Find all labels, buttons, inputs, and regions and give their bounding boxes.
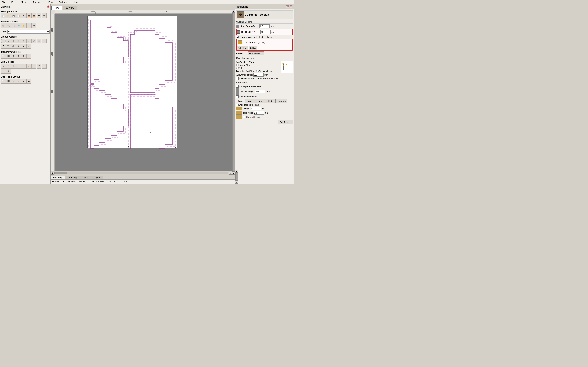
delete-btn[interactable]: ✕ [21, 64, 26, 68]
import-btn[interactable]: 📥 [26, 13, 31, 18]
show-advanced-checkbox[interactable] [236, 36, 239, 38]
start-depth-input[interactable] [259, 25, 270, 28]
panel-pin-btn[interactable]: 📌 [286, 5, 289, 8]
new-file-btn[interactable]: 📄 [1, 13, 6, 18]
tab-new[interactable]: New [52, 6, 62, 10]
hscroll-thumb[interactable] [54, 172, 67, 174]
do-separate-last-pass-checkbox[interactable] [236, 85, 239, 88]
edit-tool-btn[interactable]: Edit ... [249, 46, 257, 50]
star-tool[interactable]: ★ [21, 39, 26, 43]
array2-btn[interactable]: ⬛ [6, 79, 11, 83]
select-tool-btn[interactable]: Select ... [237, 46, 248, 50]
edit-passes-btn[interactable]: Edit Passes ... [248, 51, 264, 55]
scroll-right-btn[interactable]: ▶ [229, 172, 232, 175]
simplify-btn[interactable]: ✱ [6, 69, 11, 74]
reverse-btn[interactable]: ↺ [36, 64, 42, 68]
sub-tab-leads[interactable]: Leads [245, 99, 255, 103]
hscroll-track[interactable] [54, 172, 228, 174]
node-btn[interactable]: ✦ [6, 64, 11, 68]
last-pass-allowance-input[interactable] [255, 90, 265, 93]
open-btn[interactable]: 📂 [6, 13, 11, 18]
menu-edit[interactable]: Edit [10, 1, 17, 4]
panel-close-btn[interactable]: ▼ [290, 5, 292, 8]
weld-btn[interactable]: ⬜ [16, 64, 21, 68]
right-panel-scrollbar[interactable]: ▲ ▼ [235, 170, 238, 184]
add-tabs-checkbox[interactable] [236, 104, 239, 106]
sub-tab-order[interactable]: Order [266, 99, 276, 103]
save-as-btn[interactable]: 📋 [16, 13, 21, 18]
pan-btn[interactable]: ✋ [21, 23, 26, 28]
sub-tab-ramps[interactable]: Ramps [255, 99, 266, 103]
align-btn[interactable]: ✛ [26, 54, 31, 58]
menu-help[interactable]: Help [72, 1, 79, 4]
nest-btn[interactable]: ⊕ [11, 79, 16, 83]
sub-tab-tabs[interactable]: Tabs [236, 99, 245, 103]
ellipse-tool[interactable]: ⬭ [6, 39, 11, 43]
text-tool[interactable]: T [1, 44, 6, 49]
view3-btn[interactable]: ◾ [31, 23, 36, 28]
hscrollbar[interactable]: ◀ ▶ [51, 171, 232, 175]
zoom-out-btn[interactable]: 🔎 [16, 23, 21, 28]
shape-tool[interactable]: ab [11, 44, 16, 49]
close-btn[interactable]: ⬜ [42, 64, 47, 68]
smooth-btn[interactable]: ◇ [1, 69, 6, 74]
grid-btn[interactable]: ▦ [21, 79, 26, 83]
move-btn[interactable]: ⬜ [1, 54, 6, 58]
spline-tool[interactable]: S [36, 39, 42, 43]
tab-3d-view[interactable]: 3D View [63, 6, 77, 10]
layer-select[interactable]: 0 [7, 30, 50, 34]
conventional-radio[interactable] [256, 70, 259, 72]
on-radio[interactable] [236, 67, 239, 69]
tab-clipart[interactable]: Clipart [79, 175, 91, 179]
rp-scroll-thumb[interactable] [235, 173, 238, 181]
menu-toolpaths[interactable]: Toolpaths [32, 1, 44, 4]
zoom-fit-btn[interactable]: ⊞ [1, 23, 6, 28]
zoom-box-btn[interactable]: ⬜ [11, 23, 16, 28]
trim-btn[interactable]: ⊹ [11, 64, 16, 68]
canvas-vscrollbar[interactable]: ▲ ▼ [232, 10, 235, 175]
allowance-input[interactable] [253, 73, 264, 77]
vscroll-thumb[interactable] [232, 13, 235, 172]
offset-btn[interactable]: ⬜ [1, 79, 6, 83]
tab-modeling[interactable]: Modeling [65, 175, 79, 179]
rotate-btn[interactable]: ⊡ [11, 54, 16, 58]
outside-right-radio[interactable] [236, 61, 239, 63]
tab-drawing[interactable]: Drawing [51, 175, 65, 179]
drawing-canvas-container[interactable] [55, 14, 232, 171]
array-btn[interactable]: ⊞ [21, 54, 26, 58]
undo-btn[interactable]: ↩ [36, 13, 42, 18]
redo-btn[interactable]: ↪ [42, 13, 47, 18]
reverse-direction-checkbox[interactable] [236, 95, 239, 98]
helix-tool[interactable]: ↗ [26, 44, 31, 49]
cut-depth-input[interactable] [260, 30, 270, 34]
rect-tool[interactable]: □ [11, 39, 16, 43]
scale-btn[interactable]: ⬛ [6, 54, 11, 58]
menu-model[interactable]: Model [20, 1, 28, 4]
scroll-up-btn[interactable]: ▲ [232, 10, 235, 13]
scroll-left-btn[interactable]: ◀ [51, 172, 54, 175]
extend-btn[interactable]: ↗ [26, 64, 31, 68]
arrow-tool[interactable]: ▶ [21, 44, 26, 49]
menu-view[interactable]: View [47, 1, 54, 4]
sub-tab-corners[interactable]: Corners [276, 99, 287, 103]
menu-gadgets[interactable]: Gadgets [57, 1, 68, 4]
tab-layers[interactable]: Layers [91, 175, 103, 179]
scroll-down-btn[interactable]: ▼ [232, 172, 235, 175]
mirror-btn[interactable]: ⊠ [16, 54, 21, 58]
edit-tabs-btn[interactable]: Edit Tabs ... [278, 120, 293, 124]
export-btn[interactable]: 📤 [31, 13, 36, 18]
zoom-in-btn[interactable]: 🔍 [6, 23, 11, 28]
menu-file[interactable]: File [1, 1, 7, 4]
inside-left-radio[interactable] [236, 64, 239, 66]
tab-length-input[interactable] [251, 107, 261, 110]
create-3d-checkbox[interactable] [243, 116, 245, 118]
rp-scroll-up[interactable]: ▲ [235, 170, 238, 173]
use-vector-start-checkbox[interactable] [236, 77, 239, 80]
tab-layout-btn[interactable]: ⊗ [16, 79, 21, 83]
fillet-btn[interactable]: ⌒ [31, 64, 36, 68]
circular-btn[interactable]: ▩ [26, 79, 31, 83]
pin-icon[interactable]: 📌 [47, 5, 50, 8]
polygon-tool[interactable]: ⬡ [16, 39, 21, 43]
select-btn[interactable]: ↖ [1, 64, 6, 68]
circle-tool[interactable]: ○ [1, 39, 6, 43]
